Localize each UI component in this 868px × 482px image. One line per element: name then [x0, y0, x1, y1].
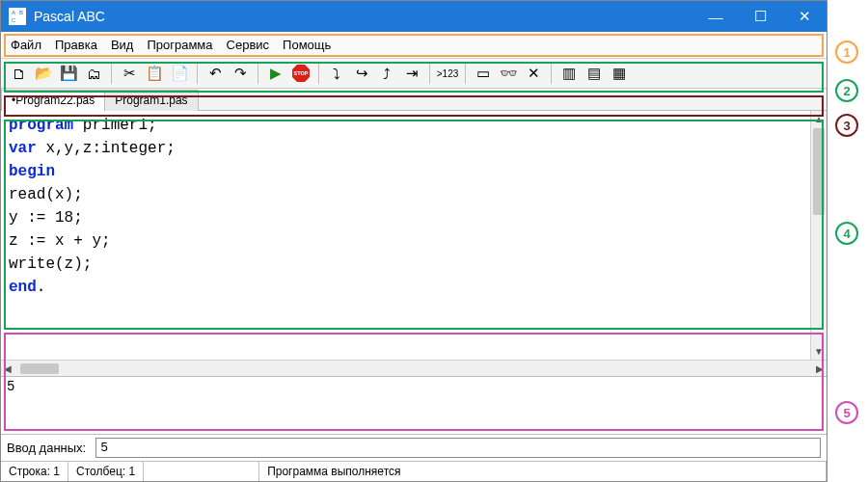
- input-field[interactable]: [95, 438, 821, 458]
- callout-2: 2: [835, 79, 858, 102]
- cut-icon[interactable]: ✂: [118, 62, 141, 85]
- callout-3: 3: [835, 114, 858, 137]
- callout-1: 1: [835, 40, 858, 64]
- scroll-left-icon[interactable]: ◀: [4, 363, 12, 374]
- toolbar: 🗋📂💾🗂✂📋📄↶↷▶STOP⤵↪⤴⇥>123▭👓✕▥▤▦: [1, 59, 827, 89]
- menu-item[interactable]: Помощь: [283, 38, 331, 52]
- output-panel: 5: [1, 376, 827, 434]
- code-editor[interactable]: program primer1;var x,y,z:integer;beginr…: [1, 111, 810, 360]
- redo-icon[interactable]: ↷: [229, 62, 252, 85]
- toolbar-separator: [111, 63, 112, 84]
- menu-item[interactable]: Правка: [55, 38, 97, 52]
- tab-row: •Program22.pasProgram1.pas: [1, 89, 827, 111]
- toolbar-separator: [429, 63, 430, 84]
- panel-1-icon[interactable]: ▥: [557, 62, 581, 85]
- save-icon[interactable]: 💾: [57, 62, 80, 85]
- svg-text:STOP: STOP: [294, 70, 309, 76]
- code-line: y := 18;: [9, 206, 802, 229]
- toolbar-separator: [465, 63, 466, 84]
- step-out-icon[interactable]: ⤴: [375, 62, 398, 85]
- scroll-thumb[interactable]: [813, 128, 825, 215]
- menu-item[interactable]: Сервис: [227, 38, 270, 52]
- maximize-button[interactable]: ☐: [738, 1, 782, 32]
- toolbar-separator: [197, 63, 198, 84]
- menubar: ФайлПравкаВидПрограммаСервисПомощь: [1, 32, 827, 59]
- toolbar-separator: [258, 63, 258, 84]
- paste-icon[interactable]: 📄: [168, 62, 191, 85]
- code-line: begin: [9, 160, 802, 183]
- toolbar-separator: [551, 63, 552, 84]
- glasses-icon[interactable]: 👓: [497, 62, 520, 85]
- undo-icon[interactable]: ↶: [203, 62, 227, 85]
- code-line: z := x + y;: [9, 229, 802, 253]
- open-file-icon[interactable]: 📂: [32, 62, 55, 85]
- code-line: write(z);: [9, 253, 802, 276]
- menu-item[interactable]: Вид: [111, 38, 134, 52]
- code-line: program primer1;: [9, 114, 802, 137]
- scroll-down-icon[interactable]: ▼: [811, 343, 827, 360]
- scroll-up-icon[interactable]: ▲: [811, 111, 827, 127]
- window-icon[interactable]: ▭: [472, 62, 495, 85]
- close-view-icon[interactable]: ✕: [522, 62, 545, 85]
- input-label: Ввод данных:: [7, 441, 86, 455]
- titlebar: ABC Pascal ABC — ☐ ✕: [1, 1, 827, 32]
- step-over-icon[interactable]: ↪: [350, 62, 373, 85]
- toolbar-separator: [318, 63, 319, 84]
- run-icon[interactable]: ▶: [264, 62, 287, 85]
- tab[interactable]: Program1.pas: [104, 90, 198, 111]
- code-line: read(x);: [9, 183, 802, 206]
- copy-icon[interactable]: 📋: [143, 62, 166, 85]
- stop-icon[interactable]: STOP: [289, 62, 312, 85]
- status-col: Столбец: 1: [68, 462, 144, 481]
- save-all-icon[interactable]: 🗂: [82, 62, 105, 85]
- step-into-icon[interactable]: ⤵: [325, 62, 348, 85]
- callout-4: 4: [835, 222, 858, 245]
- code-line: var x,y,z:integer;: [9, 137, 802, 160]
- statusbar: Строка: 1 Столбец: 1 Программа выполняет…: [1, 461, 827, 481]
- code-line: end.: [9, 276, 802, 299]
- panel-2-icon[interactable]: ▤: [583, 62, 606, 85]
- callout-5: 5: [835, 401, 858, 424]
- window-title: Pascal ABC: [34, 9, 693, 24]
- hscroll-thumb[interactable]: [20, 363, 59, 374]
- annotation-column: 1 2 3 4 5: [827, 0, 868, 482]
- run-to-cursor-icon[interactable]: ⇥: [400, 62, 423, 85]
- status-line: Строка: 1: [1, 462, 68, 481]
- menu-item[interactable]: Программа: [147, 38, 212, 52]
- new-file-icon[interactable]: 🗋: [7, 62, 30, 85]
- horizontal-scrollbar[interactable]: ◀ ▶: [1, 360, 827, 376]
- input-row: Ввод данных:: [1, 434, 827, 461]
- menu-item[interactable]: Файл: [11, 38, 41, 52]
- minimize-button[interactable]: —: [693, 1, 738, 32]
- panel-3-icon[interactable]: ▦: [608, 62, 631, 85]
- scroll-right-icon[interactable]: ▶: [816, 363, 824, 374]
- tab[interactable]: •Program22.pas: [1, 90, 105, 111]
- app-window: ABC Pascal ABC — ☐ ✕ ФайлПравкаВидПрогра…: [0, 0, 827, 482]
- vertical-scrollbar[interactable]: ▲ ▼: [810, 111, 827, 360]
- status-message: Программа выполняется: [259, 462, 827, 481]
- app-logo-icon: ABC: [9, 8, 26, 25]
- output-text: 5: [7, 379, 14, 394]
- close-button[interactable]: ✕: [782, 1, 827, 32]
- watch-icon[interactable]: >123: [436, 62, 459, 85]
